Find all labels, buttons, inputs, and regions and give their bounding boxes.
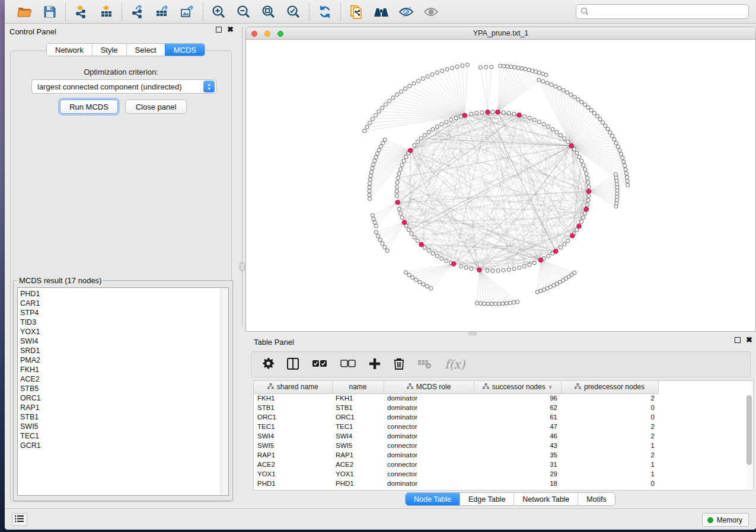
network-node[interactable] bbox=[440, 257, 444, 260]
table-cell[interactable]: 1 bbox=[561, 460, 658, 469]
mcds-network-node[interactable] bbox=[451, 262, 456, 267]
network-node[interactable] bbox=[395, 190, 398, 193]
network-node[interactable] bbox=[369, 170, 373, 174]
open-file-button[interactable] bbox=[17, 4, 33, 20]
table-scrollbar[interactable] bbox=[746, 394, 752, 491]
network-node[interactable] bbox=[583, 103, 586, 107]
table-cell[interactable]: SWI5 bbox=[332, 441, 384, 450]
network-node[interactable] bbox=[388, 99, 391, 102]
float-panel-icon[interactable] bbox=[216, 27, 222, 33]
mcds-network-node[interactable] bbox=[408, 148, 413, 153]
network-node[interactable] bbox=[404, 271, 407, 274]
network-node[interactable] bbox=[431, 252, 435, 255]
table-cell[interactable]: dominator bbox=[384, 403, 474, 412]
network-node[interactable] bbox=[435, 125, 439, 129]
table-cell[interactable]: SWI4 bbox=[332, 431, 384, 441]
export-table-button[interactable] bbox=[154, 4, 171, 20]
network-node[interactable] bbox=[371, 213, 374, 217]
table-cell[interactable]: 46 bbox=[474, 431, 561, 441]
network-node[interactable] bbox=[373, 221, 377, 225]
mcds-result-item[interactable]: SWI5 bbox=[20, 422, 221, 431]
network-node[interactable] bbox=[374, 113, 377, 117]
mcds-result-item[interactable]: TID3 bbox=[20, 318, 221, 327]
network-node[interactable] bbox=[592, 111, 596, 115]
table-cell[interactable]: dominator bbox=[384, 393, 474, 403]
network-node[interactable] bbox=[512, 112, 516, 116]
import-network-button[interactable] bbox=[73, 4, 90, 20]
network-node[interactable] bbox=[413, 143, 416, 147]
zoom-out-button[interactable] bbox=[235, 4, 252, 20]
network-node[interactable] bbox=[423, 246, 426, 249]
mcds-result-item[interactable]: TEC1 bbox=[20, 431, 221, 441]
mcds-network-node[interactable] bbox=[395, 200, 400, 205]
show-all-button[interactable] bbox=[423, 4, 439, 20]
network-node[interactable] bbox=[586, 198, 590, 202]
table-cell[interactable]: FKH1 bbox=[254, 393, 332, 403]
network-node[interactable] bbox=[395, 194, 398, 197]
network-node[interactable] bbox=[430, 73, 434, 76]
network-node[interactable] bbox=[563, 137, 566, 140]
network-node[interactable] bbox=[377, 148, 381, 152]
table-cell[interactable]: PHD1 bbox=[332, 479, 384, 488]
network-node[interactable] bbox=[445, 68, 449, 71]
mcds-network-node[interactable] bbox=[462, 113, 467, 118]
table-cell[interactable]: dominator bbox=[384, 431, 474, 441]
network-node[interactable] bbox=[371, 117, 374, 121]
mcds-network-node[interactable] bbox=[496, 110, 500, 114]
network-node[interactable] bbox=[606, 127, 610, 131]
mcds-result-item[interactable]: ORC1 bbox=[20, 393, 221, 403]
network-node[interactable] bbox=[493, 302, 497, 306]
network-node[interactable] bbox=[496, 269, 500, 273]
network-node[interactable] bbox=[534, 70, 538, 73]
network-node[interactable] bbox=[375, 152, 379, 155]
network-node[interactable] bbox=[480, 111, 484, 114]
network-node[interactable] bbox=[626, 183, 630, 187]
table-cell[interactable]: 0 bbox=[561, 412, 658, 422]
network-node[interactable] bbox=[576, 98, 580, 101]
network-node[interactable] bbox=[368, 121, 371, 124]
table-cell[interactable]: RAP1 bbox=[254, 450, 332, 460]
select-all-button[interactable] bbox=[312, 360, 327, 370]
table-cell[interactable]: YOX1 bbox=[332, 469, 384, 479]
network-node[interactable] bbox=[585, 172, 588, 175]
network-node[interactable] bbox=[528, 263, 531, 267]
table-row[interactable]: STB1STB1dominator620 bbox=[254, 403, 658, 412]
network-node[interactable] bbox=[498, 64, 502, 68]
network-node[interactable] bbox=[516, 66, 520, 69]
network-node[interactable] bbox=[589, 108, 593, 112]
table-cell[interactable]: ORC1 bbox=[332, 412, 384, 422]
network-node[interactable] bbox=[377, 234, 380, 238]
network-node[interactable] bbox=[383, 245, 387, 249]
network-node[interactable] bbox=[372, 217, 375, 220]
vertical-splitter-handle[interactable] bbox=[240, 262, 245, 271]
network-node[interactable] bbox=[531, 69, 534, 72]
table-cell[interactable]: ACE2 bbox=[332, 460, 384, 469]
table-cell[interactable]: ACE2 bbox=[254, 460, 332, 469]
add-column-button[interactable] bbox=[369, 358, 381, 371]
tab-network-table[interactable]: Network Table bbox=[513, 493, 578, 505]
network-node[interactable] bbox=[573, 95, 576, 99]
network-node[interactable] bbox=[509, 65, 513, 69]
network-node[interactable] bbox=[381, 141, 384, 145]
export-network-button[interactable] bbox=[129, 4, 146, 20]
network-node[interactable] bbox=[604, 124, 607, 127]
network-node[interactable] bbox=[497, 302, 501, 306]
network-node[interactable] bbox=[407, 228, 410, 232]
network-node[interactable] bbox=[445, 259, 448, 262]
network-node[interactable] bbox=[501, 302, 505, 305]
network-node[interactable] bbox=[414, 278, 418, 281]
table-row[interactable]: SWI4SWI4dominator462 bbox=[254, 431, 658, 441]
table-cell[interactable]: 29 bbox=[474, 469, 561, 479]
network-node[interactable] bbox=[491, 110, 495, 114]
network-node[interactable] bbox=[395, 185, 398, 188]
network-node[interactable] bbox=[427, 249, 430, 252]
network-node[interactable] bbox=[486, 269, 489, 273]
network-node[interactable] bbox=[547, 254, 550, 258]
network-node[interactable] bbox=[429, 286, 433, 290]
mcds-network-node[interactable] bbox=[584, 207, 589, 211]
network-window-titlebar[interactable]: YPA_prune.txt_1 bbox=[246, 27, 755, 40]
network-node[interactable] bbox=[425, 284, 429, 288]
network-node[interactable] bbox=[562, 88, 565, 92]
network-node[interactable] bbox=[395, 93, 399, 97]
network-node[interactable] bbox=[587, 194, 591, 197]
